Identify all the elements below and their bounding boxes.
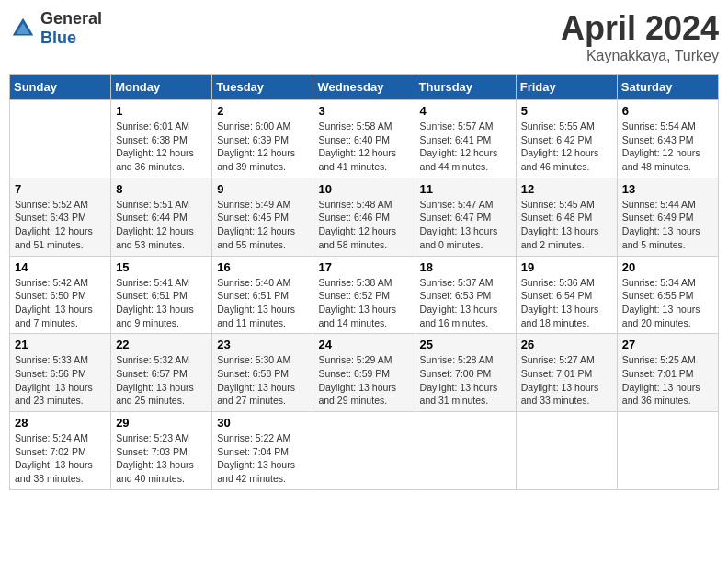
logo: General Blue (9, 9, 102, 48)
day-number: 13 (622, 182, 713, 196)
day-number: 9 (217, 182, 308, 196)
calendar-table: SundayMondayTuesdayWednesdayThursdayFrid… (9, 74, 719, 490)
day-number: 14 (15, 260, 106, 274)
calendar-cell: 2Sunrise: 6:00 AM Sunset: 6:39 PM Daylig… (212, 100, 313, 178)
day-number: 21 (15, 338, 106, 351)
weekday-header: Tuesday (212, 75, 313, 100)
calendar-cell: 10Sunrise: 5:48 AM Sunset: 6:46 PM Dayli… (313, 178, 415, 256)
day-info: Sunrise: 5:55 AM Sunset: 6:42 PM Dayligh… (521, 120, 612, 174)
day-info: Sunrise: 5:51 AM Sunset: 6:44 PM Dayligh… (116, 198, 207, 252)
day-number: 23 (217, 338, 308, 351)
title-block: April 2024 Kaynakkaya, Turkey (561, 9, 719, 64)
day-info: Sunrise: 5:25 AM Sunset: 7:01 PM Dayligh… (622, 353, 713, 408)
logo-icon (9, 15, 37, 42)
day-number: 27 (622, 338, 713, 351)
calendar-cell: 5Sunrise: 5:55 AM Sunset: 6:42 PM Daylig… (516, 100, 617, 178)
weekday-header: Wednesday (313, 75, 415, 100)
calendar-cell (617, 412, 718, 490)
day-info: Sunrise: 5:22 AM Sunset: 7:04 PM Dayligh… (217, 431, 308, 486)
calendar-cell: 1Sunrise: 6:01 AM Sunset: 6:38 PM Daylig… (111, 100, 212, 178)
calendar-cell (313, 412, 415, 490)
day-info: Sunrise: 5:37 AM Sunset: 6:53 PM Dayligh… (420, 276, 511, 330)
day-number: 4 (420, 104, 511, 118)
calendar-cell: 6Sunrise: 5:54 AM Sunset: 6:43 PM Daylig… (617, 100, 718, 178)
day-info: Sunrise: 5:33 AM Sunset: 6:56 PM Dayligh… (15, 353, 106, 408)
day-number: 11 (420, 182, 511, 196)
day-info: Sunrise: 6:01 AM Sunset: 6:38 PM Dayligh… (116, 120, 207, 174)
day-info: Sunrise: 6:00 AM Sunset: 6:39 PM Dayligh… (217, 120, 308, 174)
day-number: 1 (116, 104, 207, 118)
logo-general: General (40, 9, 102, 29)
page-header: General Blue April 2024 Kaynakkaya, Turk… (9, 9, 719, 64)
day-info: Sunrise: 5:58 AM Sunset: 6:40 PM Dayligh… (318, 120, 409, 174)
day-info: Sunrise: 5:32 AM Sunset: 6:57 PM Dayligh… (116, 353, 207, 408)
day-info: Sunrise: 5:48 AM Sunset: 6:46 PM Dayligh… (318, 198, 409, 252)
day-info: Sunrise: 5:57 AM Sunset: 6:41 PM Dayligh… (420, 120, 511, 174)
calendar-cell (516, 412, 617, 490)
day-info: Sunrise: 5:38 AM Sunset: 6:52 PM Dayligh… (318, 276, 409, 330)
location: Kaynakkaya, Turkey (561, 48, 719, 64)
calendar-cell: 19Sunrise: 5:36 AM Sunset: 6:54 PM Dayli… (516, 256, 617, 334)
calendar-cell: 18Sunrise: 5:37 AM Sunset: 6:53 PM Dayli… (415, 256, 516, 334)
calendar-week-row: 1Sunrise: 6:01 AM Sunset: 6:38 PM Daylig… (10, 100, 719, 178)
logo-blue: Blue (40, 29, 102, 48)
day-info: Sunrise: 5:49 AM Sunset: 6:45 PM Dayligh… (217, 198, 308, 252)
calendar-cell: 11Sunrise: 5:47 AM Sunset: 6:47 PM Dayli… (415, 178, 516, 256)
calendar-cell: 8Sunrise: 5:51 AM Sunset: 6:44 PM Daylig… (111, 178, 212, 256)
day-info: Sunrise: 5:44 AM Sunset: 6:49 PM Dayligh… (622, 198, 713, 252)
day-number: 7 (15, 182, 106, 196)
day-number: 3 (318, 104, 409, 118)
day-info: Sunrise: 5:30 AM Sunset: 6:58 PM Dayligh… (217, 353, 308, 408)
calendar-cell: 16Sunrise: 5:40 AM Sunset: 6:51 PM Dayli… (212, 256, 313, 334)
calendar-cell: 12Sunrise: 5:45 AM Sunset: 6:48 PM Dayli… (516, 178, 617, 256)
day-info: Sunrise: 5:54 AM Sunset: 6:43 PM Dayligh… (622, 120, 713, 174)
weekday-header-row: SundayMondayTuesdayWednesdayThursdayFrid… (10, 75, 719, 100)
calendar-cell: 29Sunrise: 5:23 AM Sunset: 7:03 PM Dayli… (111, 412, 212, 490)
day-info: Sunrise: 5:24 AM Sunset: 7:02 PM Dayligh… (15, 431, 106, 486)
calendar-cell: 14Sunrise: 5:42 AM Sunset: 6:50 PM Dayli… (10, 256, 111, 334)
day-info: Sunrise: 5:41 AM Sunset: 6:51 PM Dayligh… (116, 276, 207, 330)
calendar-cell: 17Sunrise: 5:38 AM Sunset: 6:52 PM Dayli… (313, 256, 415, 334)
day-number: 24 (318, 338, 409, 351)
weekday-header: Monday (111, 75, 212, 100)
calendar-cell: 21Sunrise: 5:33 AM Sunset: 6:56 PM Dayli… (10, 334, 111, 412)
day-number: 12 (521, 182, 612, 196)
calendar-cell: 20Sunrise: 5:34 AM Sunset: 6:55 PM Dayli… (617, 256, 718, 334)
calendar-cell: 22Sunrise: 5:32 AM Sunset: 6:57 PM Dayli… (111, 334, 212, 412)
day-number: 2 (217, 104, 308, 118)
day-number: 30 (217, 416, 308, 430)
calendar-cell: 26Sunrise: 5:27 AM Sunset: 7:01 PM Dayli… (516, 334, 617, 412)
calendar-cell: 30Sunrise: 5:22 AM Sunset: 7:04 PM Dayli… (212, 412, 313, 490)
calendar-week-row: 14Sunrise: 5:42 AM Sunset: 6:50 PM Dayli… (10, 256, 719, 334)
day-info: Sunrise: 5:42 AM Sunset: 6:50 PM Dayligh… (15, 276, 106, 330)
day-info: Sunrise: 5:40 AM Sunset: 6:51 PM Dayligh… (217, 276, 308, 330)
day-number: 6 (622, 104, 713, 118)
day-number: 19 (521, 260, 612, 274)
calendar-cell: 28Sunrise: 5:24 AM Sunset: 7:02 PM Dayli… (10, 412, 111, 490)
weekday-header: Friday (516, 75, 617, 100)
calendar-cell: 9Sunrise: 5:49 AM Sunset: 6:45 PM Daylig… (212, 178, 313, 256)
calendar-cell: 15Sunrise: 5:41 AM Sunset: 6:51 PM Dayli… (111, 256, 212, 334)
calendar-cell: 4Sunrise: 5:57 AM Sunset: 6:41 PM Daylig… (415, 100, 516, 178)
calendar-cell: 27Sunrise: 5:25 AM Sunset: 7:01 PM Dayli… (617, 334, 718, 412)
day-info: Sunrise: 5:23 AM Sunset: 7:03 PM Dayligh… (116, 431, 207, 486)
day-number: 29 (116, 416, 207, 430)
day-number: 20 (622, 260, 713, 274)
calendar-week-row: 28Sunrise: 5:24 AM Sunset: 7:02 PM Dayli… (10, 412, 719, 490)
day-number: 25 (420, 338, 511, 351)
calendar-cell: 24Sunrise: 5:29 AM Sunset: 6:59 PM Dayli… (313, 334, 415, 412)
weekday-header: Sunday (10, 75, 111, 100)
day-info: Sunrise: 5:27 AM Sunset: 7:01 PM Dayligh… (521, 353, 612, 408)
calendar-cell: 7Sunrise: 5:52 AM Sunset: 6:43 PM Daylig… (10, 178, 111, 256)
day-number: 28 (15, 416, 106, 430)
logo-text: General Blue (40, 9, 102, 48)
calendar-cell (10, 100, 111, 178)
day-number: 10 (318, 182, 409, 196)
day-number: 15 (116, 260, 207, 274)
calendar-cell: 25Sunrise: 5:28 AM Sunset: 7:00 PM Dayli… (415, 334, 516, 412)
calendar-cell: 13Sunrise: 5:44 AM Sunset: 6:49 PM Dayli… (617, 178, 718, 256)
day-info: Sunrise: 5:29 AM Sunset: 6:59 PM Dayligh… (318, 353, 409, 408)
day-info: Sunrise: 5:28 AM Sunset: 7:00 PM Dayligh… (420, 353, 511, 408)
day-number: 8 (116, 182, 207, 196)
day-number: 18 (420, 260, 511, 274)
